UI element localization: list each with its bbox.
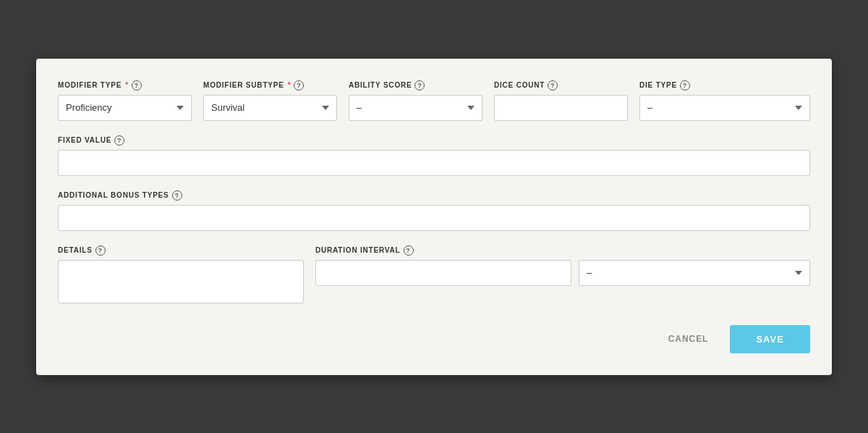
duration-interval-help-icon[interactable]: ? [404,245,414,256]
save-button[interactable]: SAVE [730,325,810,353]
top-fields-row: MODIFIER TYPE * ? Proficiency Flat Dice … [58,80,810,121]
fixed-value-help-icon[interactable]: ? [114,135,124,146]
additional-bonus-types-help-icon[interactable]: ? [172,190,182,201]
duration-value-input[interactable] [315,260,571,286]
modifier-type-help-icon[interactable]: ? [132,80,142,91]
additional-bonus-types-label: ADDITIONAL BONUS TYPES ? [58,190,810,201]
modifier-type-label: MODIFIER TYPE * ? [58,80,192,91]
modifier-subtype-select[interactable]: Survival Athletics Perception [203,95,337,121]
duration-interval-group: DURATION INTERVAL ? – Round Minute Hour … [315,245,810,286]
ability-score-select[interactable]: – STR DEX CON INT WIS CHA [349,95,482,121]
ability-score-label: ABILITY SCORE ? [349,80,482,91]
dice-count-help-icon[interactable]: ? [548,80,558,91]
required-star-subtype: * [288,81,292,89]
details-textarea[interactable] [58,260,304,303]
details-duration-row: DETAILS ? DURATION INTERVAL ? – Round Mi… [58,245,810,303]
button-row: CANCEL SAVE [58,318,810,353]
die-type-select[interactable]: – d4 d6 d8 d10 d12 d20 [639,95,810,121]
modifier-subtype-help-icon[interactable]: ? [294,80,304,91]
required-star: * [125,81,129,89]
ability-score-help-icon[interactable]: ? [414,80,425,91]
ability-score-group: ABILITY SCORE ? – STR DEX CON INT WIS CH… [349,80,482,121]
die-type-help-icon[interactable]: ? [680,80,690,91]
die-type-label: DIE TYPE ? [639,80,810,91]
duration-unit-select[interactable]: – Round Minute Hour Day [579,260,810,286]
additional-bonus-types-group: ADDITIONAL BONUS TYPES ? [58,190,810,231]
details-group: DETAILS ? [58,245,304,303]
duration-inputs-row: – Round Minute Hour Day [315,260,810,286]
additional-bonus-types-input[interactable] [58,205,810,231]
modifier-subtype-label: MODIFIER SUBTYPE * ? [203,80,337,91]
details-help-icon[interactable]: ? [95,245,106,256]
modal-form: MODIFIER TYPE * ? Proficiency Flat Dice … [36,59,832,375]
modifier-type-group: MODIFIER TYPE * ? Proficiency Flat Dice [58,80,192,121]
modifier-type-select[interactable]: Proficiency Flat Dice [58,95,192,121]
fixed-value-group: FIXED VALUE ? [58,135,810,176]
details-label: DETAILS ? [58,245,304,256]
duration-interval-label: DURATION INTERVAL ? [315,245,810,256]
fixed-value-input[interactable] [58,150,810,176]
dice-count-group: DICE COUNT ? [494,80,628,121]
cancel-button[interactable]: CANCEL [655,325,722,353]
die-type-group: DIE TYPE ? – d4 d6 d8 d10 d12 d20 [639,80,810,121]
dice-count-label: DICE COUNT ? [494,80,628,91]
fixed-value-label: FIXED VALUE ? [58,135,810,146]
dice-count-input[interactable] [494,95,628,121]
modifier-subtype-group: MODIFIER SUBTYPE * ? Survival Athletics … [203,80,337,121]
